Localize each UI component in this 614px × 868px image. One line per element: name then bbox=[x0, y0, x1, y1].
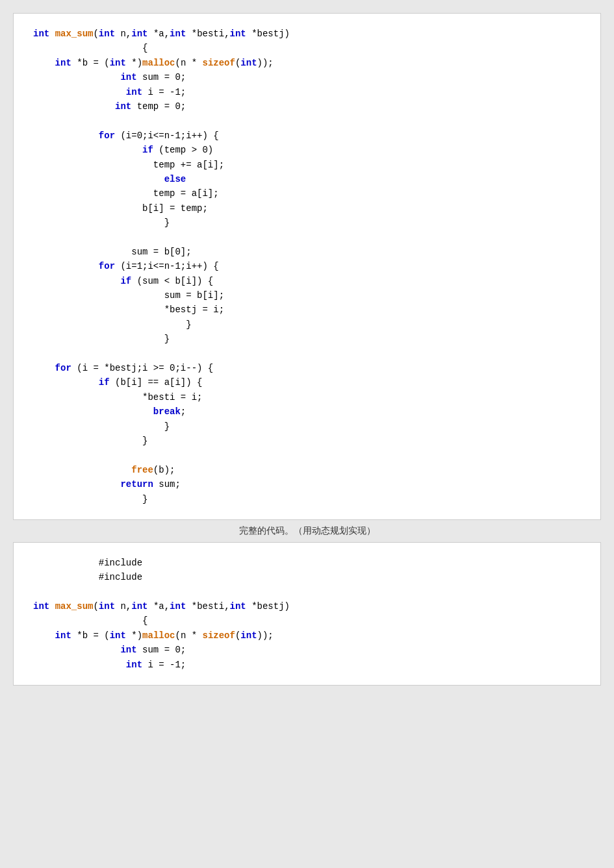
code-block-1: int max_sum(int n,int *a,int *besti,int … bbox=[13, 13, 601, 520]
code-block-2: #include #include int max_sum(int n,int … bbox=[13, 542, 601, 686]
code-caption-1: 完整的代码。（用动态规划实现） bbox=[13, 525, 601, 537]
